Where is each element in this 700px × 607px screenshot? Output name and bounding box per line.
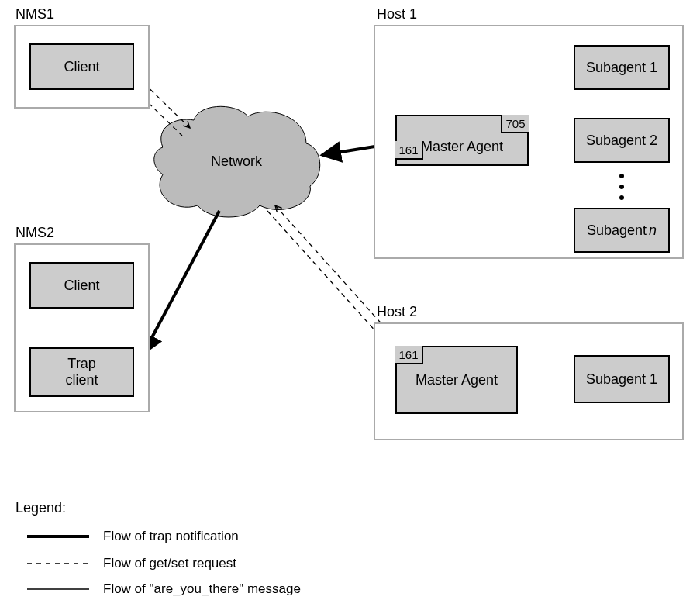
nms1-client: Client (29, 43, 134, 90)
host2-port161: 161 (395, 346, 423, 364)
legend-ayt: Flow of "are_you_there" message (103, 581, 301, 597)
host1-subn: Subagent n (574, 208, 670, 253)
legend-getset: Flow of get/set request (103, 556, 236, 571)
svg-line-3 (267, 211, 391, 349)
host1-port705: 705 (501, 115, 529, 133)
network-label: Network (211, 153, 262, 170)
svg-line-2 (143, 211, 219, 354)
host2-title: Host 2 (377, 304, 417, 320)
nms2-client: Client (29, 262, 134, 309)
nms2-trap-client: Trap client (29, 347, 134, 397)
ellipsis-dot (619, 195, 624, 200)
legend-trap: Flow of trap notification (103, 529, 239, 544)
ellipsis-dot (619, 174, 624, 178)
host1-sub2: Subagent 2 (574, 118, 670, 163)
nms1-title: NMS1 (16, 6, 54, 22)
host1-port161: 161 (395, 141, 423, 160)
host2-sub1: Subagent 1 (574, 355, 670, 403)
host1-sub1: Subagent 1 (574, 45, 670, 90)
nms2-title: NMS2 (16, 225, 54, 241)
legend-title: Legend: (16, 500, 66, 516)
ellipsis-dot (619, 185, 624, 189)
host1-title: Host 1 (377, 6, 417, 22)
